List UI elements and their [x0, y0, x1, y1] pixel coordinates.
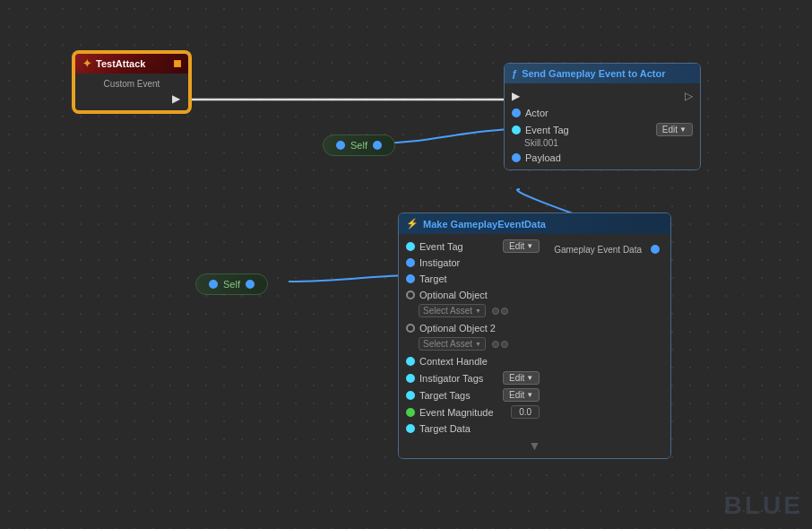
- make-event-tag-dot: [406, 242, 415, 251]
- orange-indicator: [174, 60, 181, 67]
- context-handle-label: Context Handle: [419, 356, 540, 367]
- send-gameplay-event-node[interactable]: ƒ Send Gameplay Event to Actor Actor Eve…: [504, 63, 701, 170]
- gameplay-event-data-out-row: Gameplay Event Data: [547, 241, 667, 257]
- optional-object2-label: Optional Object 2: [419, 323, 540, 334]
- target-tags-row: Target Tags Edit: [399, 386, 547, 403]
- self2-pin: [209, 280, 218, 289]
- gameplay-event-data-out-dot: [651, 245, 660, 254]
- testattack-header: ✦ TestAttack: [75, 54, 188, 74]
- target-tags-label: Target Tags: [419, 390, 498, 401]
- payload-pin-row: Payload: [505, 150, 700, 166]
- instigator-label: Instigator: [419, 257, 540, 268]
- target-dot: [406, 274, 415, 283]
- self1-out-pin: [373, 141, 382, 150]
- instigator-dot: [406, 258, 415, 267]
- optional-object2-icons: [492, 341, 508, 348]
- make-event-header: ⚡ Make GameplayEventData: [399, 213, 670, 234]
- exec-in-icon: [512, 90, 521, 102]
- make-event-title: Make GameplayEventData: [423, 219, 546, 230]
- exec-out-icon: [172, 92, 181, 105]
- target-data-dot: [406, 424, 415, 433]
- instigator-tags-dot: [406, 374, 415, 383]
- optional-object-icons: [492, 308, 508, 315]
- instigator-row: Instigator: [399, 255, 547, 271]
- blueprint-canvas: ✦ TestAttack Custom Event Self ƒ Send Ga…: [0, 0, 812, 529]
- optional-object-select[interactable]: Select Asset: [419, 304, 486, 317]
- actor-pin-row: Actor: [505, 105, 700, 121]
- function-icon: ƒ: [512, 68, 517, 79]
- event-tag-edit-button[interactable]: Edit: [656, 123, 693, 136]
- context-handle-row: Context Handle: [399, 353, 547, 369]
- event-tag-label: Event Tag: [525, 125, 652, 135]
- target-row: Target: [399, 271, 547, 287]
- target-tags-edit-btn[interactable]: Edit: [503, 388, 540, 402]
- send-event-body: Actor Event Tag Edit Skill.001 Payload: [505, 83, 700, 169]
- optional-object2-select[interactable]: Select Asset: [419, 337, 486, 351]
- optional-object-dot: [406, 291, 415, 299]
- make-event-tag-row: Event Tag Edit: [399, 238, 547, 255]
- instigator-tags-edit-btn[interactable]: Edit: [503, 371, 540, 385]
- testattack-subtitle: Custom Event: [75, 77, 188, 91]
- send-event-header: ƒ Send Gameplay Event to Actor: [505, 64, 700, 83]
- target-tags-dot: [406, 391, 415, 400]
- obj2-icon: [501, 308, 508, 315]
- self-node-2[interactable]: Self: [195, 273, 268, 295]
- optional-object-label: Optional Object: [419, 290, 540, 300]
- self-node-1[interactable]: Self: [323, 134, 395, 156]
- self1-pin: [336, 141, 345, 150]
- event-magnitude-row: Event Magnitude 0.0: [399, 403, 547, 421]
- event-tag-value: Skill.001: [505, 138, 700, 150]
- testattack-title: TestAttack: [96, 58, 145, 69]
- obj1-icon: [492, 308, 499, 315]
- event-magnitude-input[interactable]: 0.0: [511, 405, 540, 419]
- event-magnitude-label: Event Magnitude: [419, 407, 506, 418]
- make-icon: ⚡: [406, 218, 419, 230]
- target-label: Target: [419, 273, 540, 284]
- context-handle-dot: [406, 357, 415, 366]
- optional-object2-dot: [406, 324, 415, 333]
- actor-pin-dot: [512, 108, 521, 117]
- make-gameplay-event-data-node[interactable]: ⚡ Make GameplayEventData Event Tag Edit: [398, 212, 671, 459]
- event-tag-pin-row: Event Tag Edit: [505, 121, 700, 138]
- testattack-node[interactable]: ✦ TestAttack Custom Event: [73, 52, 190, 112]
- event-magnitude-dot: [406, 408, 415, 417]
- event-tag-pin-dot: [512, 126, 521, 134]
- watermark: BLUE: [724, 491, 803, 520]
- make-event-tag-edit-btn[interactable]: Edit: [503, 239, 540, 253]
- target-data-row: Target Data: [399, 421, 547, 437]
- event-icon: ✦: [82, 57, 91, 70]
- scroll-down-arrow[interactable]: ▼: [399, 437, 670, 455]
- instigator-tags-row: Instigator Tags Edit: [399, 369, 547, 386]
- payload-label: Payload: [525, 152, 693, 163]
- testattack-body: Custom Event: [75, 74, 188, 110]
- send-event-title: Send Gameplay Event to Actor: [522, 68, 665, 79]
- testattack-exec-out: [75, 91, 188, 107]
- make-event-body: Event Tag Edit Instigator Target: [399, 234, 670, 458]
- self2-out-pin: [246, 280, 255, 289]
- optional-object2-row: Optional Object 2: [399, 320, 547, 336]
- exec-out-icon: [685, 90, 693, 102]
- obj3-icon: [492, 341, 499, 348]
- self2-label: Self: [223, 279, 240, 290]
- target-data-label: Target Data: [419, 423, 540, 434]
- gameplay-event-data-label: Gameplay Event Data: [554, 245, 642, 255]
- self1-label: Self: [350, 140, 367, 151]
- make-event-tag-label: Event Tag: [419, 241, 498, 252]
- obj4-icon: [501, 341, 508, 348]
- optional-object-row: Optional Object: [399, 287, 547, 303]
- payload-pin-dot: [512, 153, 521, 162]
- actor-label: Actor: [525, 108, 693, 118]
- instigator-tags-label: Instigator Tags: [419, 373, 498, 384]
